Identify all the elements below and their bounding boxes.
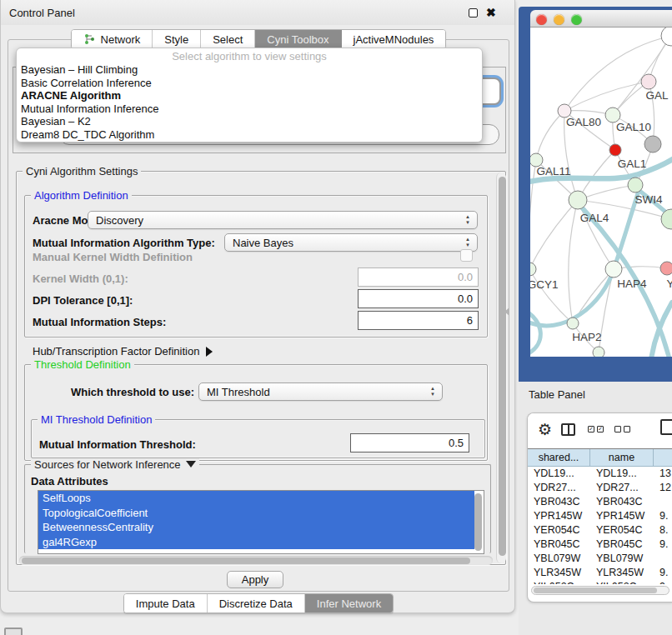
panel-splitter-icon[interactable] <box>504 308 509 316</box>
algorithm-option[interactable]: ARACNE Algorithm <box>17 89 482 102</box>
apply-button[interactable]: Apply <box>227 571 283 588</box>
uncheck-all-icon[interactable] <box>624 426 630 432</box>
tab-label: Impute Data <box>136 598 195 610</box>
tab-discretize-data[interactable]: Discretize Data <box>208 594 305 612</box>
table-rows: YDL19...YDL19...13YDR27...YDR27...12YBR0… <box>528 467 672 584</box>
manual-kernel-width-checkbox[interactable] <box>460 249 473 262</box>
tab-label: Style <box>164 33 188 46</box>
new-table-icon[interactable] <box>660 419 672 435</box>
network-canvas[interactable]: GALGAL80GAL10GAL11GAL1SWI4GAL4GCY1HAP4YH… <box>530 28 672 357</box>
kernel-width-input[interactable]: 0.0 <box>358 268 479 287</box>
table-cell: 9 <box>654 580 672 584</box>
node-red[interactable] <box>609 144 621 156</box>
settings-horizontal-scrollbar[interactable] <box>19 556 493 565</box>
mac-close-button[interactable] <box>536 14 547 25</box>
node-gal4[interactable] <box>569 191 587 209</box>
dpi-tolerance-value: 0.0 <box>458 292 473 305</box>
data-attribute-item[interactable]: SelfLoops <box>38 491 474 506</box>
mac-minimize-button[interactable] <box>554 14 564 25</box>
node-hap2-label: HAP2 <box>572 331 601 343</box>
float-window-icon[interactable] <box>469 8 478 18</box>
table-cell: 8. <box>654 523 672 538</box>
tab-select[interactable]: Select <box>201 30 255 48</box>
columns-icon[interactable] <box>561 423 575 436</box>
table-row[interactable]: YDR27...YDR27...12 <box>528 481 672 495</box>
check-all-icon[interactable]: ✓ <box>597 426 604 432</box>
node-hap4[interactable] <box>605 261 622 278</box>
algorithm-option[interactable]: Mutual Information Inference <box>17 102 482 116</box>
uncheck-all-icon[interactable] <box>614 426 621 432</box>
table-cell: 9. <box>654 538 672 552</box>
mi-steps-input[interactable]: 6 <box>358 311 479 330</box>
list-scrollbar[interactable] <box>474 493 482 551</box>
data-attributes-list[interactable]: SelfLoopsTopologicalCoefficientBetweenne… <box>38 490 484 554</box>
node-gal[interactable] <box>641 74 656 89</box>
algorithm-option[interactable]: Dream8 DC_TDC Algorithm <box>17 128 482 142</box>
which-threshold-combo[interactable]: MI Threshold ▲▼ <box>198 382 443 401</box>
sources-group-title[interactable]: Sources for Network Inference <box>31 458 199 471</box>
table-header-row: shared...nameA <box>528 449 672 467</box>
check-all-icon[interactable]: ✓ <box>588 426 594 432</box>
table-row[interactable]: YBL079WYBL079W <box>528 552 672 566</box>
tab-cyni-toolbox[interactable]: Cyni Toolbox <box>255 30 341 48</box>
scrollbar-thumb[interactable] <box>499 177 506 556</box>
node-hap2[interactable] <box>567 318 579 329</box>
network-edge[interactable] <box>530 160 536 269</box>
node-gal1[interactable] <box>628 178 643 192</box>
column-header-3[interactable]: A <box>654 449 672 466</box>
table-row[interactable]: YIL052CYIL052C9 <box>528 580 672 584</box>
tab-infer-network[interactable]: Infer Network <box>305 594 393 612</box>
data-attribute-item[interactable]: gal4RGexp <box>38 535 474 550</box>
close-icon[interactable]: ✖ <box>486 6 496 19</box>
node-y[interactable] <box>660 262 672 275</box>
algorithm-option[interactable]: Basic Correlation Inference <box>17 77 482 90</box>
table-row[interactable]: YBR045CYBR045C9. <box>528 538 672 552</box>
mac-zoom-button[interactable] <box>571 14 582 25</box>
node-gal10-label: GAL10 <box>616 121 651 133</box>
tab-network[interactable]: Network <box>72 30 153 48</box>
aracne-mode-combo[interactable]: Discovery ▲▼ <box>88 211 478 229</box>
settings-vertical-scrollbar[interactable] <box>496 172 506 563</box>
network-edge[interactable] <box>613 36 671 115</box>
table-row[interactable]: YER054CYER054C8. <box>528 523 672 538</box>
node-gray[interactable] <box>644 136 661 152</box>
network-edge[interactable] <box>530 269 573 323</box>
data-attribute-item[interactable]: BetweennessCentrality <box>38 520 474 535</box>
dpi-tolerance-input[interactable]: 0.0 <box>358 289 479 308</box>
tab-jactivemnodules[interactable]: jActiveMNodules <box>342 30 446 48</box>
minimized-panel-icon[interactable] <box>4 628 23 635</box>
table-row[interactable]: YBR043CYBR043C <box>528 495 672 509</box>
table-cell: YBR043C <box>590 495 654 509</box>
network-edge[interactable] <box>569 200 578 323</box>
table-cell: 9. <box>654 509 672 523</box>
mi-algorithm-type-combo[interactable]: Naive Bayes ▲▼ <box>224 233 478 252</box>
table-cell: YDL19... <box>528 467 590 481</box>
tab-style[interactable]: Style <box>153 30 201 48</box>
aracne-mode-value: Discovery <box>96 214 143 227</box>
node-gcy1[interactable] <box>530 262 536 276</box>
data-attribute-item[interactable]: TopologicalCoefficient <box>38 506 474 521</box>
tab-impute-data[interactable]: Impute Data <box>124 594 208 612</box>
network-edge-thick[interactable] <box>530 311 540 354</box>
cyni-bottom-tabbar: Impute DataDiscretize DataInfer Network <box>1 593 516 613</box>
table-row[interactable]: YLR345WYLR345W9. <box>528 566 672 580</box>
column-header-1[interactable]: shared... <box>528 449 590 466</box>
table-row[interactable]: YDL19...YDL19...13 <box>528 467 672 481</box>
table-cell: YER054C <box>528 523 590 538</box>
algorithm-option[interactable]: Bayesian – K2 <box>17 115 482 128</box>
node-top[interactable] <box>661 28 672 46</box>
table-horizontal-scrollbar[interactable] <box>531 586 669 595</box>
collapse-down-icon <box>186 461 196 468</box>
node-bottom[interactable] <box>593 347 604 357</box>
network-graph[interactable]: GALGAL80GAL10GAL11GAL1SWI4GAL4GCY1HAP4YH… <box>530 28 672 357</box>
column-header-2[interactable]: name <box>590 449 654 466</box>
scrollbar-thumb[interactable] <box>534 588 657 593</box>
mi-threshold-definition-title: MI Threshold Definition <box>38 413 155 426</box>
table-row[interactable]: YPR145WYPR145W9. <box>528 509 672 523</box>
mi-threshold-input[interactable]: 0.5 <box>350 433 469 452</box>
algorithm-option[interactable]: Bayesian – Hill Climbing <box>17 63 482 77</box>
hub-definition-expander[interactable]: Hub/Transcription Factor Definition <box>33 345 213 358</box>
scrollbar-thumb[interactable] <box>22 558 470 564</box>
network-edge[interactable] <box>536 111 564 160</box>
gear-icon[interactable]: ⚙ <box>538 420 552 439</box>
